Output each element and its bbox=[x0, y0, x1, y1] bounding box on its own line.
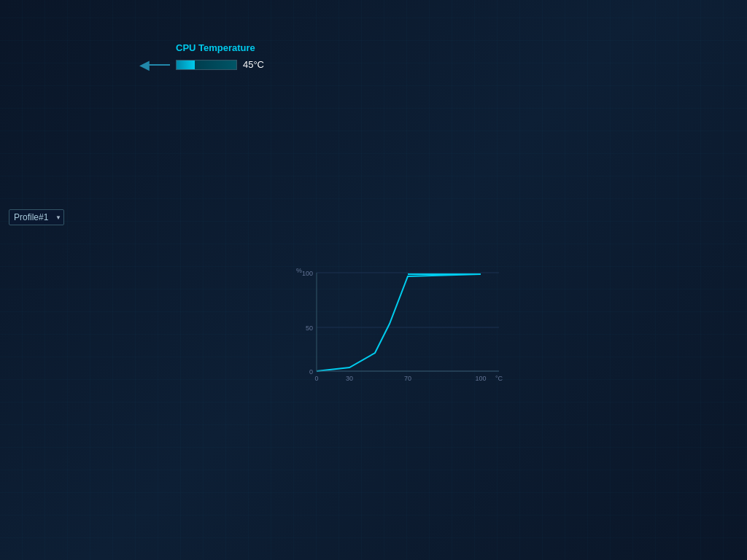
svg-text:100: 100 bbox=[302, 270, 313, 277]
fan-chart-svg: 100 50 0 % °C 30 70 100 0 bbox=[282, 265, 519, 382]
cpu-temp-value: 45°C bbox=[243, 59, 264, 70]
svg-text:%: % bbox=[296, 267, 302, 274]
main-wrapper: /ASUS UEFI BIOS Utility – EZ Mode 05/14/… bbox=[0, 0, 747, 560]
svg-text:50: 50 bbox=[306, 324, 313, 332]
cpu-arrow: ◀ bbox=[139, 57, 170, 73]
cpu-temp-label: CPU Temperature bbox=[176, 42, 264, 53]
svg-text:°C: °C bbox=[495, 375, 503, 382]
svg-text:0: 0 bbox=[314, 375, 318, 382]
svg-text:100: 100 bbox=[475, 375, 486, 382]
temp-bar bbox=[176, 60, 237, 70]
cpu-temp-section: CPU Temperature ◀ 45°C bbox=[167, 36, 273, 114]
svg-text:70: 70 bbox=[404, 375, 411, 382]
svg-text:30: 30 bbox=[346, 375, 353, 382]
temp-bar-container: 45°C bbox=[176, 59, 264, 70]
docp-select-wrap[interactable]: Profile#1 Disabled bbox=[9, 209, 64, 225]
temp-bar-fill bbox=[177, 61, 195, 69]
chart-area: 100 50 0 % °C 30 70 100 0 bbox=[282, 265, 519, 382]
docp-select[interactable]: Profile#1 Disabled bbox=[9, 209, 64, 225]
svg-text:0: 0 bbox=[309, 368, 313, 376]
